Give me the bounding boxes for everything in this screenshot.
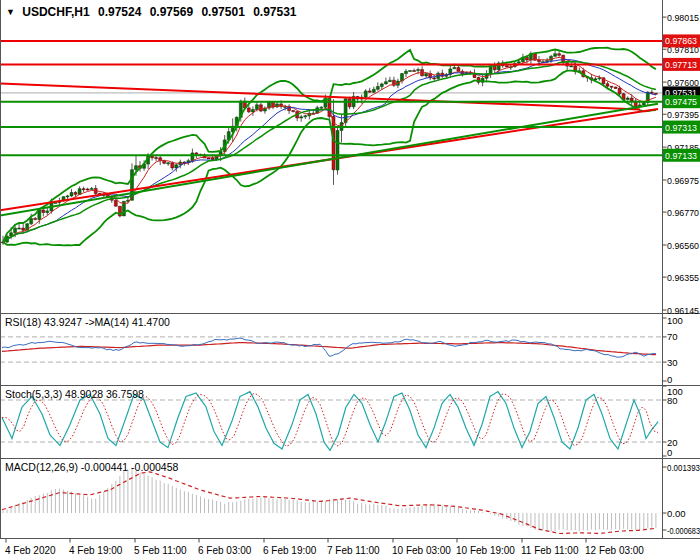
ohlc-low: 0.97501 [201, 5, 244, 19]
stoch-indicator-label: Stoch(5,3,3) 48.9028 36.7598 [5, 388, 144, 400]
ohlc-high: 0.97569 [150, 5, 193, 19]
chart-title: ▼ USDCHF,H1 0.97524 0.97569 0.97501 0.97… [6, 5, 302, 19]
symbol-dropdown-icon[interactable]: ▼ [6, 7, 15, 17]
ohlc-close: 0.97531 [253, 5, 296, 19]
chart-window: 0.980150.978100.976000.973950.971850.969… [0, 0, 700, 560]
time-axis[interactable] [0, 539, 700, 560]
main-chart-region[interactable] [0, 0, 662, 313]
ohlc-open: 0.97524 [98, 5, 141, 19]
price-axis[interactable] [663, 0, 700, 538]
rsi-indicator-label: RSI(18) 43.9247 ->MA(14) 41.4700 [5, 316, 170, 328]
macd-indicator-label: MACD(12,26,9) -0.000441 -0.000458 [5, 461, 178, 473]
symbol-label: USDCHF,H1 [22, 5, 89, 19]
